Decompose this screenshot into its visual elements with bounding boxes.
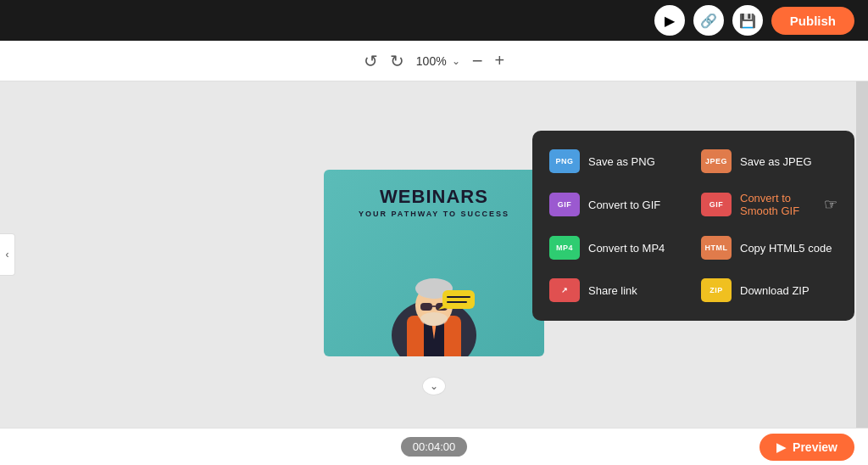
chevron-down-icon: ⌄ (430, 380, 438, 392)
menu-label-save-png: Save as PNG (588, 155, 655, 168)
canvas-area: ‹ WEBINARS YOUR PATHWAY TO SUCCESS (0, 81, 868, 428)
play-icon: ▶ (665, 13, 675, 29)
zoom-out-icon: − (472, 50, 483, 72)
bottom-bar: 00:04:00 ▶ Preview (0, 428, 868, 465)
menu-label-download-zip: Download ZIP (740, 284, 810, 297)
zoom-chevron-icon: ⌄ (452, 55, 460, 67)
time-badge: 00:04:00 (401, 437, 468, 457)
save-icon: 💾 (739, 13, 756, 29)
menu-badge-convert-mp4: MP4 (549, 236, 580, 260)
menu-item-share-link[interactable]: ↗Share link (548, 275, 687, 305)
scrollbar[interactable] (856, 81, 868, 428)
menu-badge-download-zip: ZIP (701, 278, 732, 302)
cursor-icon: ☞ (824, 195, 837, 214)
menu-badge-save-jpeg: JPEG (701, 149, 732, 173)
menu-label-convert-smooth-gif: Convert to Smooth GIF (740, 192, 812, 217)
preview-label: Preview (793, 440, 837, 454)
publish-button[interactable]: Publish (771, 7, 854, 35)
redo-icon: ↻ (390, 51, 404, 71)
menu-item-save-jpeg[interactable]: JPEGSave as JPEG (699, 146, 839, 176)
toolbar: ↺ ↻ 100% ⌄ − + (0, 41, 868, 81)
menu-label-share-link: Share link (588, 284, 637, 297)
card-subtitle: YOUR PATHWAY TO SUCCESS (324, 210, 544, 218)
svg-point-9 (420, 312, 448, 326)
menu-label-convert-gif: Convert to GIF (588, 199, 660, 211)
card-figure (383, 255, 485, 356)
link-icon: 🔗 (700, 13, 717, 29)
menu-label-save-jpeg: Save as JPEG (740, 155, 812, 168)
link-button[interactable]: 🔗 (693, 5, 724, 36)
undo-icon: ↺ (364, 51, 378, 71)
card-title: WEBINARS (324, 170, 544, 207)
menu-badge-copy-html5: HTML (701, 236, 732, 260)
menu-badge-convert-smooth-gif: GIF (701, 193, 732, 216)
svg-rect-6 (420, 303, 432, 311)
redo-button[interactable]: ↻ (390, 51, 404, 71)
menu-item-convert-smooth-gif[interactable]: GIFConvert to Smooth GIF☞ (699, 188, 839, 221)
undo-button[interactable]: ↺ (364, 51, 378, 71)
top-bar: ▶ 🔗 💾 Publish (0, 0, 868, 41)
menu-item-convert-mp4[interactable]: MP4Convert to MP4 (548, 232, 687, 263)
down-arrow-button[interactable]: ⌄ (422, 377, 446, 395)
menu-item-copy-html5[interactable]: HTMLCopy HTML5 code (699, 232, 839, 263)
menu-label-copy-html5: Copy HTML5 code (740, 242, 832, 255)
menu-item-save-png[interactable]: PNGSave as PNG (548, 146, 687, 176)
export-dropdown-menu: PNGSave as PNGJPEGSave as JPEGGIFConvert… (532, 131, 854, 321)
menu-label-convert-mp4: Convert to MP4 (588, 242, 665, 255)
menu-badge-convert-gif: GIF (549, 193, 580, 216)
zoom-value: 100% (416, 54, 447, 68)
preview-play-icon: ▶ (776, 440, 786, 454)
zoom-control[interactable]: 100% ⌄ (416, 54, 460, 68)
webinar-card: WEBINARS YOUR PATHWAY TO SUCCESS (324, 170, 544, 356)
zoom-in-button[interactable]: + (494, 51, 504, 70)
preview-button[interactable]: ▶ Preview (760, 434, 854, 461)
menu-item-download-zip[interactable]: ZIPDownload ZIP (699, 275, 839, 305)
zoom-in-icon: + (494, 51, 504, 70)
menu-badge-save-png: PNG (549, 149, 580, 173)
play-button[interactable]: ▶ (654, 5, 685, 36)
save-button[interactable]: 💾 (732, 5, 763, 36)
zoom-out-button[interactable]: − (472, 50, 483, 72)
menu-item-convert-gif[interactable]: GIFConvert to GIF (548, 188, 687, 221)
left-panel-toggle[interactable]: ‹ (0, 233, 15, 276)
menu-badge-share-link: ↗ (549, 278, 580, 302)
